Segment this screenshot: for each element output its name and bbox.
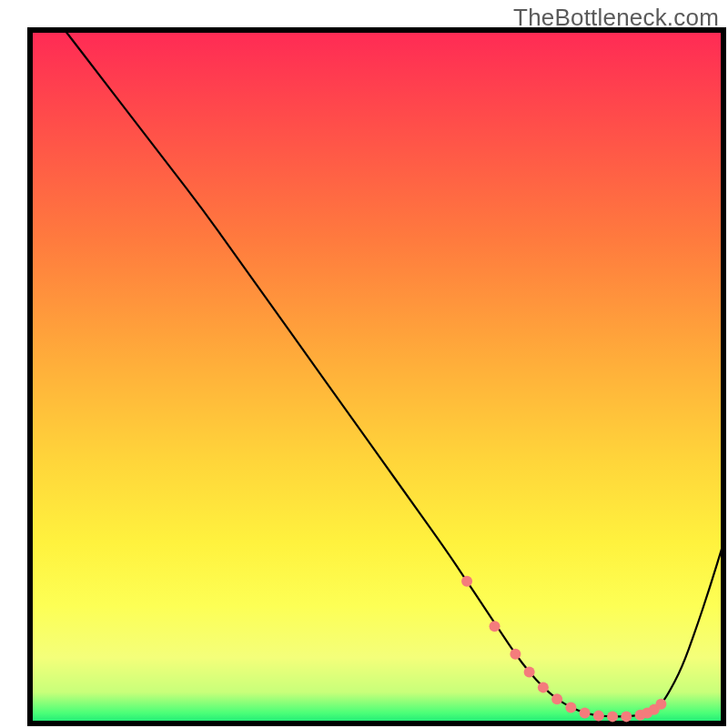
highlight-dot: [607, 711, 618, 722]
highlight-dot: [510, 649, 521, 660]
highlight-dot: [655, 699, 666, 710]
highlight-dot: [461, 576, 472, 587]
watermark-text: TheBottleneck.com: [513, 4, 719, 32]
bottleneck-chart: [0, 0, 728, 728]
highlight-dot: [593, 711, 604, 722]
highlight-dot: [490, 621, 500, 632]
highlight-dot: [621, 711, 632, 722]
highlight-dot: [580, 708, 591, 719]
highlight-dot: [538, 682, 549, 693]
highlight-dot: [551, 693, 562, 704]
highlight-dot: [565, 702, 576, 713]
highlight-dot: [524, 667, 535, 678]
chart-stage: TheBottleneck.com: [0, 0, 728, 728]
plot-background: [30, 30, 723, 723]
